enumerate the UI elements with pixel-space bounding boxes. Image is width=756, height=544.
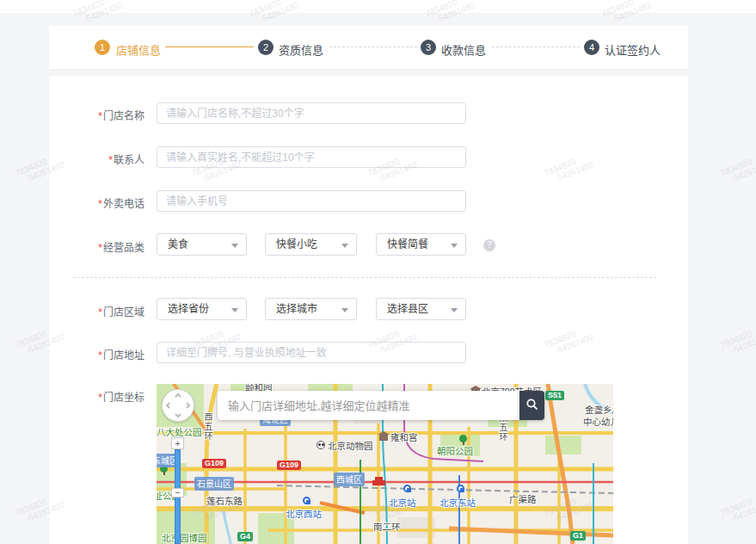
category-select-2[interactable]: 快餐小吃 <box>265 233 357 256</box>
map-label-jinzhan2: 中心幼儿 <box>583 415 613 428</box>
address-input[interactable] <box>157 342 466 363</box>
chevron-down-icon <box>231 244 238 248</box>
map-search-button[interactable] <box>519 391 544 420</box>
watermark-text: 7834820-54261492 <box>719 323 756 359</box>
map-label-yuanbo-park: 北京园博园 <box>162 531 207 544</box>
chevron-down-icon <box>451 308 458 312</box>
phone-input[interactable] <box>157 190 466 212</box>
map-label-nanerhuan: 南二环 <box>373 520 401 533</box>
step-3-circle: 3 <box>421 40 436 55</box>
step-4-circle: 4 <box>584 40 599 55</box>
step-1-label: 店铺信息 <box>116 41 161 58</box>
store-name-label: *门店名称 <box>71 108 144 122</box>
map-label-badachu: 八大处公园 <box>157 425 202 438</box>
map-pan-control[interactable] <box>162 389 194 422</box>
station-icon <box>303 497 310 504</box>
help-icon[interactable]: ? <box>483 239 495 251</box>
map-badge-g109: G109 <box>202 459 226 468</box>
map-search-input[interactable] <box>218 391 519 420</box>
zoom-out-button[interactable]: − <box>171 488 184 498</box>
step-4-label: 认证签约人 <box>605 41 661 58</box>
panda-zoo-icon <box>317 441 325 449</box>
map-label-guangqu-road: 广渠路 <box>509 492 537 505</box>
chevron-down-icon <box>231 308 238 312</box>
map-label-beijing-station: 北京站 <box>389 496 416 509</box>
step-connector-1 <box>165 46 254 47</box>
chevron-down-icon <box>341 308 348 312</box>
chevron-down-icon <box>451 244 458 248</box>
store-name-input[interactable] <box>157 102 466 124</box>
contact-input[interactable] <box>157 146 466 168</box>
watermark-text: 7834820-54261492 <box>719 151 756 187</box>
required-asterisk: * <box>98 349 102 362</box>
top-bar <box>0 0 756 13</box>
required-asterisk: * <box>98 242 102 254</box>
tree-icon <box>459 435 467 442</box>
required-asterisk: * <box>108 154 113 166</box>
required-asterisk: * <box>98 306 102 318</box>
map-district-shijingshan: 石景山区 <box>194 477 234 491</box>
county-select[interactable]: 选择县区 <box>376 298 466 320</box>
station-icon <box>457 485 464 492</box>
map-label-jinzhan: 金盏乡皮 <box>585 403 613 416</box>
map-label-yonghegong: 雍和宫 <box>390 430 418 443</box>
step-3-label: 收款信息 <box>441 41 486 58</box>
map-badge-s51: S51 <box>545 391 564 400</box>
map-badge-g109: G109 <box>277 461 301 470</box>
section-divider <box>73 277 656 278</box>
category-select-1[interactable]: 美食 <box>157 233 247 256</box>
watermark-text: 7834820-54261492 <box>719 491 756 527</box>
temple-icon <box>379 435 388 441</box>
map-label-beijing-east-station: 北京东站 <box>439 496 476 509</box>
step-2-label: 资质信息 <box>279 41 323 58</box>
zoom-in-button[interactable]: + <box>171 437 184 449</box>
step-2-circle: 2 <box>258 40 274 55</box>
city-select[interactable]: 选择城市 <box>265 298 357 320</box>
phone-label: *外卖电话 <box>71 195 144 210</box>
map[interactable]: 颐和园 北京798艺术区 金盏乡皮 中心幼儿 海淀区 北京动物园 雍和宫 朝阳公… <box>157 384 613 544</box>
required-asterisk: * <box>98 392 102 404</box>
map-badge-g4: G4 <box>237 532 253 541</box>
province-select[interactable]: 选择省份 <box>157 298 247 320</box>
step-connector-2 <box>329 46 417 47</box>
coords-label: *门店坐标 <box>71 389 144 404</box>
category-select-3[interactable]: 快餐简餐 <box>376 233 466 256</box>
map-label-xiwuhuan: 西五环 <box>201 412 214 441</box>
tiananmen-icon <box>372 480 385 485</box>
map-label-beijing-west-station: 北京西站 <box>286 507 322 520</box>
map-badge-g1: G1 <box>570 531 586 541</box>
map-label-lianshi: 莲石东路 <box>206 494 243 507</box>
store-info-form: *门店名称 *联系人 *外卖电话 *经营品类 美食 快餐小吃 快餐简餐 ? *门… <box>49 76 688 544</box>
required-asterisk: * <box>98 198 102 210</box>
required-asterisk: * <box>98 110 102 122</box>
step-1-circle: 1 <box>95 40 110 55</box>
map-label-chaoyang-park: 朝阳公园 <box>437 444 473 457</box>
address-label: *门店地址 <box>71 347 144 362</box>
category-label: *经营品类 <box>71 239 144 254</box>
contact-label: *联系人 <box>71 151 144 166</box>
region-label: *门店区域 <box>71 304 144 318</box>
station-icon <box>403 485 411 492</box>
map-district-xicheng: 西城区 <box>334 473 365 486</box>
map-label-zoo: 北京动物园 <box>328 439 373 452</box>
stepper: 1 店铺信息 2 资质信息 3 收款信息 4 认证签约人 <box>49 26 688 69</box>
step-connector-3 <box>492 46 580 47</box>
search-icon <box>526 398 539 411</box>
chevron-down-icon <box>341 244 348 248</box>
